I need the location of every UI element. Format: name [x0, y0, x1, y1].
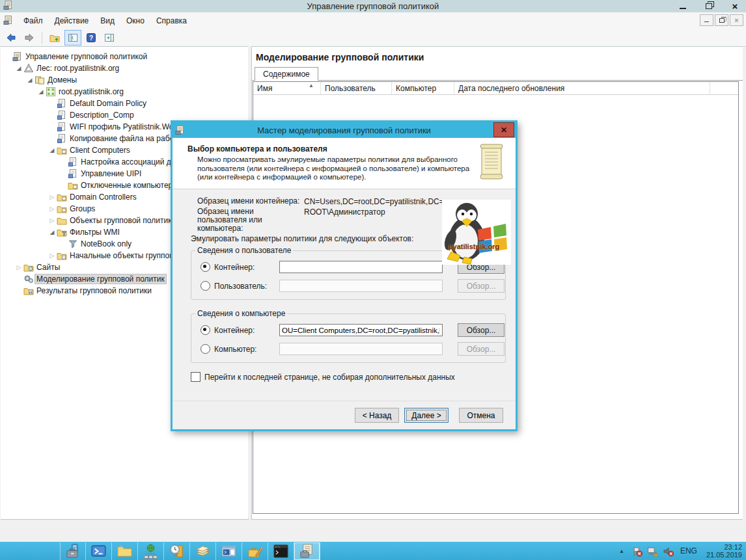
sites-icon	[23, 262, 34, 273]
collapse-arrow-icon[interactable]: ◢	[48, 147, 57, 153]
network-warning-icon[interactable]	[647, 546, 658, 557]
tree-item[interactable]: Default Domain Policy	[1, 98, 248, 109]
powershell-icon	[90, 543, 107, 559]
dialog-close-icon: ✕	[501, 126, 507, 135]
back-button[interactable]	[3, 30, 20, 46]
computer-info-group: Сведения о компьютере Контейнер: Обзор..…	[191, 309, 506, 363]
svg-text:?: ?	[89, 34, 93, 42]
column-header-3[interactable]: Дата последнего обновления	[454, 82, 710, 94]
expand-arrow-icon[interactable]: ▷	[48, 217, 57, 224]
menu-item-0[interactable]: Файл	[18, 14, 49, 28]
taskbar-group-policy-management-button[interactable]	[294, 542, 320, 560]
child-close-button[interactable]: ×	[730, 14, 743, 26]
tree-item[interactable]: Управление групповой политикой	[1, 51, 248, 62]
menu-items: ФайлДействиеВидОкноСправка	[18, 16, 193, 25]
column-header-1[interactable]: Пользователь	[321, 82, 392, 94]
computer-container-radio[interactable]	[200, 325, 210, 335]
taskbar-powershell-button[interactable]	[86, 542, 112, 560]
gpo-icon	[68, 157, 78, 167]
forward-button[interactable]	[21, 30, 38, 46]
title-bar[interactable]: Управление групповой политикой ×	[0, 0, 746, 12]
tree-item-label: root.pyatilistnik.org	[59, 87, 124, 96]
restore-icon	[706, 3, 712, 9]
column-header-0[interactable]: Имя▲	[253, 82, 321, 94]
expand-arrow-icon[interactable]: ▷	[48, 252, 57, 259]
tree-item-label: Начальные объекты группов	[70, 251, 174, 260]
child-restore-icon	[719, 18, 725, 23]
column-header-2[interactable]: Компьютер	[392, 82, 454, 94]
menu-item-4[interactable]: Справка	[150, 14, 193, 28]
child-minimize-button[interactable]	[700, 14, 713, 26]
action-center-icon[interactable]	[631, 546, 642, 557]
back-icon	[6, 33, 16, 43]
taskbar-cmd-button[interactable]: C:\_	[268, 542, 294, 560]
user-input[interactable]	[279, 280, 443, 292]
computer-container-radio-label: Контейнер:	[214, 326, 279, 335]
taskbar-file-explorer-button[interactable]	[112, 542, 138, 560]
console-tree-toggle-button[interactable]	[64, 30, 81, 46]
task-scheduler-icon	[169, 543, 185, 559]
taskbar-ad-users-and-computers-button[interactable]	[138, 542, 164, 560]
show-hidden-icons-button[interactable]: ▲	[619, 548, 627, 554]
tree-item[interactable]: ◢Лес: root.pyatilistnik.org	[1, 62, 248, 74]
child-minimize-icon	[704, 21, 709, 22]
collapse-arrow-icon[interactable]: ◢	[25, 77, 35, 83]
sort-asc-icon: ▲	[309, 83, 314, 88]
user-container-radio[interactable]	[200, 262, 210, 272]
child-close-icon: ×	[734, 16, 738, 25]
computer-container-input[interactable]	[279, 324, 443, 336]
clock[interactable]: 23:12 21.05.2019	[704, 543, 742, 559]
collapse-arrow-icon[interactable]: ◢	[48, 229, 57, 235]
menu-item-2[interactable]: Вид	[94, 14, 120, 28]
close-button[interactable]: ×	[728, 1, 742, 12]
domains-icon	[35, 75, 45, 85]
wmi-icon	[57, 227, 67, 237]
minimize-button[interactable]	[676, 1, 690, 12]
volume-muted-icon[interactable]	[663, 546, 674, 557]
action-pane-toggle-button[interactable]	[101, 30, 118, 46]
expand-arrow-icon[interactable]: ▷	[14, 264, 23, 271]
dialog-close-button[interactable]: ✕	[493, 122, 514, 137]
taskbar-dns-manager-button[interactable]	[190, 542, 216, 560]
close-icon: ×	[732, 1, 738, 11]
up-one-level-button[interactable]	[46, 30, 63, 46]
tree-item-label: Domain Controllers	[70, 193, 137, 202]
tree-item[interactable]: Description_Comp	[1, 109, 248, 121]
user-radio[interactable]	[200, 281, 210, 291]
collapse-arrow-icon[interactable]: ◢	[36, 88, 46, 95]
computer-radio[interactable]	[200, 344, 210, 354]
tree-item[interactable]: ◢root.pyatilistnik.org	[1, 86, 248, 98]
user-browse-button[interactable]: Обзор...	[458, 279, 504, 293]
language-indicator[interactable]: ENG	[678, 546, 699, 555]
menu-item-1[interactable]: Действие	[49, 14, 95, 28]
expand-arrow-icon[interactable]: ▷	[48, 194, 57, 200]
cancel-button[interactable]: Отмена	[459, 408, 503, 423]
taskbar-powershell-ise-button[interactable]	[216, 542, 242, 560]
expand-arrow-icon[interactable]: ▷	[48, 206, 57, 212]
dialog-title-bar[interactable]: Мастер моделирования групповой политики …	[173, 122, 516, 138]
computer-info-legend: Сведения о компьютере	[195, 309, 287, 318]
tree-item-label: Копирование файла на рабоч	[70, 134, 178, 143]
child-restore-button[interactable]	[715, 14, 728, 26]
restore-button[interactable]	[702, 1, 716, 12]
taskbar-admin-tools-button[interactable]	[242, 542, 268, 560]
help-button[interactable]: ?	[83, 30, 100, 46]
back-button[interactable]: < Назад	[355, 408, 399, 423]
menu-item-3[interactable]: Окно	[120, 14, 150, 28]
dns-manager-icon	[195, 543, 211, 559]
tree-item[interactable]: ◢Домены	[1, 74, 248, 86]
file-explorer-icon	[117, 543, 133, 559]
forest-icon	[23, 63, 34, 73]
skip-to-last-page-checkbox[interactable]	[191, 372, 200, 382]
svg-text:C:\_: C:\_	[275, 545, 281, 548]
tree-item-label: WIFI профиль Pyatilistnik.Wor	[70, 122, 176, 131]
computer-container-browse-button[interactable]: Обзор...	[458, 323, 504, 337]
taskbar-server-manager-button[interactable]	[60, 542, 86, 560]
collapse-arrow-icon[interactable]: ◢	[14, 65, 23, 72]
next-button[interactable]: Далее >	[404, 408, 449, 423]
tab-contents[interactable]: Содержимое	[255, 67, 318, 81]
user-container-input[interactable]	[279, 261, 443, 273]
computer-input[interactable]	[279, 343, 443, 355]
taskbar-task-scheduler-button[interactable]	[164, 542, 190, 560]
computer-browse-button[interactable]: Обзор...	[458, 342, 504, 356]
